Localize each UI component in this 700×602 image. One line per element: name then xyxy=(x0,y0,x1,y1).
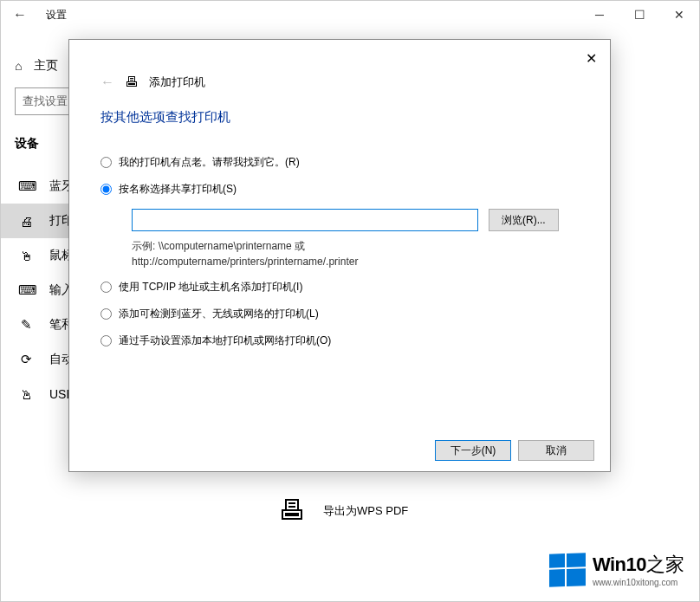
usb-icon: 🖯 xyxy=(18,387,34,402)
radio-label: 按名称选择共享打印机(S) xyxy=(119,182,237,197)
dialog-footer: 下一步(N) 取消 xyxy=(69,430,610,471)
radio-label: 通过手动设置添加本地打印机或网络打印机(O) xyxy=(119,333,331,348)
printer-icon: 🖨 xyxy=(18,214,34,229)
radio-input[interactable] xyxy=(100,282,112,293)
printer-list-item[interactable]: 🖶 导出为WPS PDF xyxy=(278,495,682,527)
radio-manual[interactable]: 通过手动设置添加本地打印机或网络打印机(O) xyxy=(100,333,579,348)
search-placeholder: 查找设置 xyxy=(23,94,68,109)
radio-wireless[interactable]: 添加可检测到蓝牙、无线或网络的打印机(L) xyxy=(100,307,579,321)
back-button[interactable]: ← xyxy=(8,3,32,27)
keyboard-icon: ⌨ xyxy=(18,282,34,298)
autoplay-icon: ⟳ xyxy=(18,352,34,367)
watermark: Win10之家 www.win10xitong.com xyxy=(549,552,684,587)
shared-path-input[interactable] xyxy=(132,209,478,231)
shared-path-row: 浏览(R)... xyxy=(132,209,579,231)
add-printer-dialog: ✕ ← 🖶 添加打印机 按其他选项查找打印机 我的打印机有点老。请帮我找到它。(… xyxy=(68,39,611,472)
minimize-button[interactable]: ─ xyxy=(580,1,619,29)
radio-label: 使用 TCP/IP 地址或主机名添加打印机(I) xyxy=(119,280,302,295)
radio-input[interactable] xyxy=(100,157,112,168)
home-label: 主页 xyxy=(34,58,58,74)
dialog-title: 按其他选项查找打印机 xyxy=(69,97,610,143)
window-controls: ─ ☐ ✕ xyxy=(580,1,699,29)
example-text: 示例: \\computername\printername 或 http://… xyxy=(132,238,579,269)
radio-label: 我的打印机有点老。请帮我找到它。(R) xyxy=(119,155,300,170)
radio-input[interactable] xyxy=(100,335,112,346)
printer-device-icon: 🖶 xyxy=(278,495,306,527)
printer-icon: 🖶 xyxy=(125,74,139,90)
cancel-button[interactable]: 取消 xyxy=(518,440,594,461)
bluetooth-icon: ⌨ xyxy=(18,178,34,194)
radio-tcpip[interactable]: 使用 TCP/IP 地址或主机名添加打印机(I) xyxy=(100,280,579,295)
next-button[interactable]: 下一步(N) xyxy=(435,440,511,461)
dialog-close-button[interactable]: ✕ xyxy=(582,50,600,68)
windows-logo-icon xyxy=(549,553,586,586)
radio-old-printer[interactable]: 我的打印机有点老。请帮我找到它。(R) xyxy=(100,155,579,170)
example-line2: http://computername/printers/printername… xyxy=(132,254,579,269)
brand-part-a: Win10 xyxy=(593,553,646,575)
radio-shared-by-name[interactable]: 按名称选择共享打印机(S) xyxy=(100,182,579,197)
radio-input[interactable] xyxy=(100,308,112,320)
dialog-back-icon[interactable]: ← xyxy=(100,74,114,90)
printer-name: 导出为WPS PDF xyxy=(323,503,408,519)
home-icon: ⌂ xyxy=(15,59,22,73)
dialog-header: ← 🖶 添加打印机 xyxy=(69,40,610,97)
dialog-body: 我的打印机有点老。请帮我找到它。(R) 按名称选择共享打印机(S) 浏览(R).… xyxy=(69,143,610,430)
radio-label: 添加可检测到蓝牙、无线或网络的打印机(L) xyxy=(119,307,319,321)
mouse-icon: 🖱 xyxy=(18,249,34,263)
close-button[interactable]: ✕ xyxy=(659,1,699,29)
radio-input[interactable] xyxy=(100,184,112,195)
maximize-button[interactable]: ☐ xyxy=(619,1,659,29)
dialog-header-text: 添加打印机 xyxy=(149,74,205,90)
pen-icon: ✎ xyxy=(18,317,34,333)
example-line1: 示例: \\computername\printername 或 xyxy=(132,238,579,254)
watermark-text: Win10之家 www.win10xitong.com xyxy=(593,552,684,587)
window-title: 设置 xyxy=(46,8,67,23)
brand-part-b: 之家 xyxy=(646,553,684,575)
browse-button[interactable]: 浏览(R)... xyxy=(489,209,559,231)
watermark-url: www.win10xitong.com xyxy=(593,578,684,587)
